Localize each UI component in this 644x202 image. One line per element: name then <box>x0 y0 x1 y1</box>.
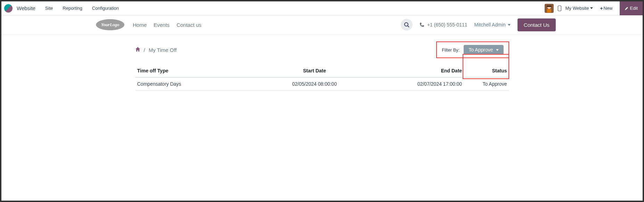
cell-start: 02/05/2024 08:00:00 <box>262 77 367 91</box>
search-icon <box>404 22 409 28</box>
nav-home[interactable]: Home <box>133 22 147 28</box>
edit-button-label: Edit <box>630 6 638 11</box>
filter-label: Filter By: <box>442 47 459 53</box>
pencil-icon <box>625 6 629 10</box>
cell-type: Compensatory Days <box>135 77 262 91</box>
new-button[interactable]: + New <box>597 6 615 11</box>
user-menu-label: Mitchell Admin <box>474 22 506 28</box>
phone-icon <box>419 22 424 27</box>
svg-rect-3 <box>547 6 552 7</box>
breadcrumb: / My Time Off <box>135 47 177 53</box>
nav-events[interactable]: Events <box>154 22 170 28</box>
svg-rect-2 <box>547 9 551 13</box>
col-status-header: Status <box>464 64 509 77</box>
chevron-down-icon <box>496 49 499 51</box>
svg-line-5 <box>408 26 409 27</box>
user-avatar[interactable] <box>545 4 554 13</box>
breadcrumb-separator: / <box>144 47 145 53</box>
plus-icon: + <box>600 6 603 11</box>
table-row[interactable]: Compensatory Days 02/05/2024 08:00:00 02… <box>135 77 509 91</box>
breadcrumb-current: My Time Off <box>149 47 177 53</box>
col-start-header: Start Date <box>262 64 367 77</box>
cell-end: 02/07/2024 17:00:00 <box>367 77 464 91</box>
app-topbar: Website Site Reporting Configuration My … <box>1 1 643 15</box>
app-name: Website <box>17 5 35 11</box>
phone-number: +1 (650) 555-0111 <box>427 22 467 28</box>
topnav-reporting[interactable]: Reporting <box>60 6 85 11</box>
filter-value: To Approve <box>468 47 493 53</box>
site-header: YourLogo Home Events Contact us +1 (650)… <box>1 15 643 34</box>
filter-dropdown[interactable]: To Approve <box>464 45 503 55</box>
site-logo[interactable]: YourLogo <box>96 19 124 30</box>
contact-us-label: Contact Us <box>524 22 549 28</box>
svg-point-4 <box>405 23 408 26</box>
edit-button[interactable]: Edit <box>620 1 643 15</box>
col-type-header: Time off Type <box>135 64 262 77</box>
contact-us-button[interactable]: Contact Us <box>517 18 556 31</box>
chevron-down-icon <box>590 7 593 9</box>
user-menu[interactable]: Mitchell Admin <box>474 22 511 28</box>
website-switcher-label: My Website <box>565 6 589 11</box>
col-end-header: End Date <box>367 64 464 77</box>
mobile-preview-icon[interactable] <box>558 6 561 11</box>
cell-status: To Approve <box>464 77 509 91</box>
topnav-site[interactable]: Site <box>42 6 56 11</box>
app-logo-icon <box>4 4 13 13</box>
chevron-down-icon <box>508 24 511 26</box>
search-button[interactable] <box>401 19 413 31</box>
site-logo-text: YourLogo <box>101 22 120 28</box>
topnav-configuration[interactable]: Configuration <box>89 6 122 11</box>
new-button-label: New <box>604 6 613 11</box>
home-icon[interactable] <box>135 47 140 53</box>
filter-section: Filter By: To Approve <box>436 41 509 58</box>
website-switcher[interactable]: My Website <box>565 6 593 11</box>
phone-info: +1 (650) 555-0111 <box>419 22 467 28</box>
nav-contact[interactable]: Contact us <box>177 22 202 28</box>
timeoff-table: Time off Type Start Date End Date Status… <box>135 64 509 91</box>
